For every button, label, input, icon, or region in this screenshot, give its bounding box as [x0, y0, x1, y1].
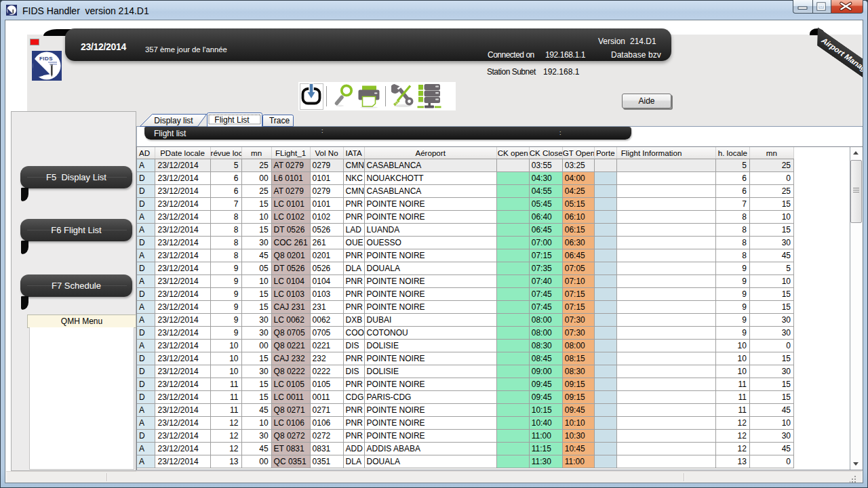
- svg-text:Flight List: Flight List: [214, 115, 250, 125]
- svg-text:Trace: Trace: [269, 116, 290, 125]
- svg-text:Display list: Display list: [154, 116, 193, 125]
- svg-text:FIDS: FIDS: [39, 56, 53, 62]
